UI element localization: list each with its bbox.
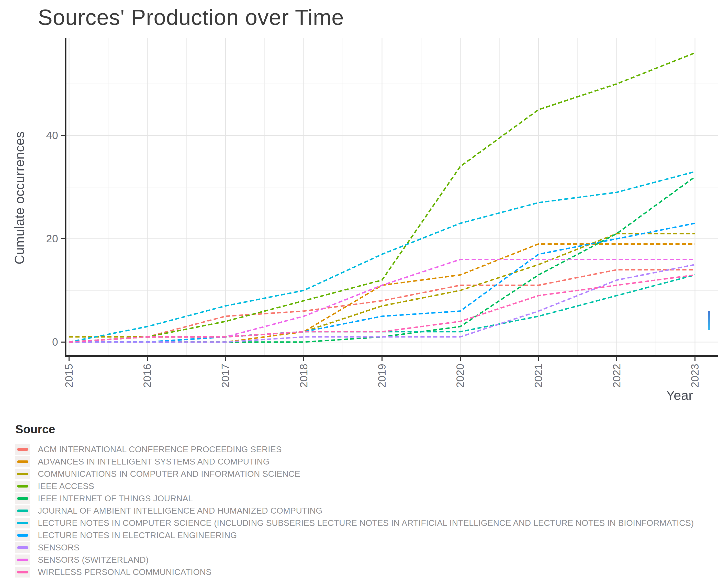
legend-item-label: IEEE INTERNET OF THINGS JOURNAL xyxy=(38,493,193,503)
legend-key xyxy=(15,530,30,541)
legend-key xyxy=(15,444,30,455)
legend-item: SENSORS (SWITZERLAND) xyxy=(15,554,716,566)
blue-scrollbar-fragment[interactable] xyxy=(708,311,710,330)
legend-item-label: JOURNAL OF AMBIENT INTELLIGENCE AND HUMA… xyxy=(38,506,322,516)
x-tick-label: 2015 xyxy=(63,364,75,387)
legend-item: ACM INTERNATIONAL CONFERENCE PROCEEDING … xyxy=(15,443,716,456)
legend: Source ACM INTERNATIONAL CONFERENCE PROC… xyxy=(15,422,716,578)
y-axis-title: Cumulate occurrences xyxy=(12,101,27,295)
legend-item-label: IEEE ACCESS xyxy=(38,481,94,491)
legend-item-label: SENSORS (SWITZERLAND) xyxy=(38,555,149,565)
legend-item-label: LECTURE NOTES IN ELECTRICAL ENGINEERING xyxy=(38,530,237,540)
legend-item: SENSORS xyxy=(15,542,716,554)
legend-key xyxy=(15,469,30,479)
x-tick-label: 2023 xyxy=(689,364,701,387)
legend-swatch-icon xyxy=(17,546,28,549)
legend-key xyxy=(15,542,30,553)
legend-key xyxy=(15,456,30,467)
legend-item: LECTURE NOTES IN ELECTRICAL ENGINEERING xyxy=(15,529,716,542)
legend-swatch-icon xyxy=(17,485,28,487)
legend-swatch-icon xyxy=(17,473,28,475)
legend-swatch-icon xyxy=(17,534,28,537)
legend-item: JOURNAL OF AMBIENT INTELLIGENCE AND HUMA… xyxy=(15,505,716,517)
legend-key xyxy=(15,518,30,528)
y-tick-label: 20 xyxy=(46,233,58,245)
legend-key xyxy=(15,505,30,516)
legend-swatch-icon xyxy=(17,522,28,524)
legend-item: LECTURE NOTES IN COMPUTER SCIENCE (INCLU… xyxy=(15,517,716,529)
legend-item: WIRELESS PERSONAL COMMUNICATIONS xyxy=(15,566,716,578)
y-tick-label: 0 xyxy=(52,336,58,348)
legend-item: COMMUNICATIONS IN COMPUTER AND INFORMATI… xyxy=(15,468,716,480)
legend-swatch-icon xyxy=(17,559,28,561)
x-tick-label: 2019 xyxy=(376,364,388,387)
legend-item-label: LECTURE NOTES IN COMPUTER SCIENCE (INCLU… xyxy=(38,518,694,528)
legend-key xyxy=(15,567,30,578)
legend-item-label: WIRELESS PERSONAL COMMUNICATIONS xyxy=(38,567,211,577)
y-tick-label: 40 xyxy=(46,129,58,141)
legend-swatch-icon xyxy=(17,460,28,463)
legend-key xyxy=(15,493,30,504)
legend-item: IEEE ACCESS xyxy=(15,480,716,492)
legend-item-label: ADVANCES IN INTELLIGENT SYSTEMS AND COMP… xyxy=(38,457,270,466)
legend-item-label: ACM INTERNATIONAL CONFERENCE PROCEEDING … xyxy=(38,445,282,454)
legend-item-label: COMMUNICATIONS IN COMPUTER AND INFORMATI… xyxy=(38,469,300,479)
x-tick-label: 2021 xyxy=(532,364,544,387)
legend-key xyxy=(15,481,30,491)
legend-rows: ACM INTERNATIONAL CONFERENCE PROCEEDING … xyxy=(15,443,716,578)
legend-swatch-icon xyxy=(17,571,28,573)
x-tick-label: 2018 xyxy=(298,364,310,387)
sources-production-chart: Sources' Production over Time 0204020152… xyxy=(0,0,718,588)
legend-swatch-icon xyxy=(17,448,28,451)
legend-swatch-icon xyxy=(17,509,28,512)
x-axis-title: Year xyxy=(624,387,693,403)
legend-item: IEEE INTERNET OF THINGS JOURNAL xyxy=(15,492,716,505)
x-tick-label: 2022 xyxy=(611,364,622,387)
plot-area: 0204020152016201720182019202020212022202… xyxy=(0,0,718,424)
x-tick-label: 2016 xyxy=(141,364,153,387)
legend-title: Source xyxy=(15,422,716,436)
legend-key xyxy=(15,554,30,565)
legend-item: ADVANCES IN INTELLIGENT SYSTEMS AND COMP… xyxy=(15,456,716,468)
x-tick-label: 2020 xyxy=(454,364,466,387)
legend-swatch-icon xyxy=(17,497,28,500)
legend-item-label: SENSORS xyxy=(38,543,80,552)
x-tick-label: 2017 xyxy=(219,364,231,387)
